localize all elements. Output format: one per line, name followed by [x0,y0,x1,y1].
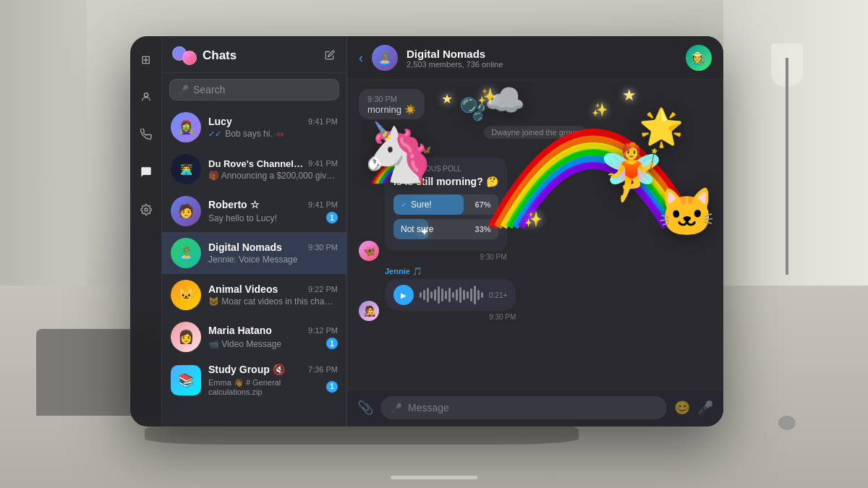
chat-info-lucy: Lucy 9:41 PM ✓✓ Bob says hi. 📌 [208,116,338,139]
waveform-bar [456,289,458,301]
chat-time-du-roves: 9:41 PM [308,159,338,168]
header-action-avatar[interactable]: 🧑‍🌾 [686,45,712,71]
chat-time-lucy: 9:41 PM [308,117,338,126]
voice-play-button[interactable]: ▶ [393,285,414,305]
poll-option-2[interactable]: Not sure 33% [393,219,498,239]
chat-time-digital-nomads: 9:30 PM [308,243,338,252]
message-input[interactable] [408,402,657,414]
waveform-bar [452,292,454,298]
sparkle-3: ✨ [524,210,542,228]
chat-preview-study-group: Emma 👋 # Generalcalculations.zip [208,378,281,396]
chat-info-digital-nomads: Digital Nomads 9:30 PM Jennie: Voice Mes… [208,241,338,265]
chat-item-lucy[interactable]: 🧟‍♀️ Lucy 9:41 PM ✓✓ Bob says hi. 📌 [162,106,346,148]
chat-name-digital-nomads: Digital Nomads [208,241,282,253]
waveform-bar [477,290,480,300]
chat-info-animal-videos: Animal Videos 9:22 PM 🐱 Moar cat videos … [208,283,338,307]
pin-icon-lucy: 📌 [273,129,285,139]
channel-info: Digital Nomads 2,503 members, 736 online [407,48,677,69]
search-input[interactable] [193,84,331,95]
tick-icon-lucy: ✓✓ [208,129,221,138]
chat-preview-maria: 📹 Video Message [208,339,281,349]
chat-name-study-group: Study Group 🔇 [208,364,285,375]
chat-item-study-group[interactable]: 📚 Study Group 🔇 7:36 PM Emma 👋 # General… [162,358,346,402]
chat-avatar-lucy: 🧟‍♀️ [171,112,201,142]
chat-item-du-roves[interactable]: 👨‍💻 Du Rove's Channel ✓ 9:41 PM 🎁 Announ… [162,148,346,190]
poll-pct-2: 33% [475,225,491,234]
chat-avatar-du-roves: 👨‍💻 [171,154,201,184]
chat-item-animal-videos[interactable]: 🐱 Animal Videos 9:22 PM 🐱 Moar cat video… [162,274,346,316]
calls-icon[interactable] [135,123,158,146]
bottom-indicator [391,476,477,479]
voice-sender-name: Jennie 🎵 [385,267,516,276]
attach-button[interactable]: 📎 [357,400,373,416]
lamp-base [778,416,796,430]
messages-icon[interactable] [135,160,158,184]
chat-preview-lucy: ✓✓ Bob says hi. 📌 [208,129,338,139]
chat-info-roberto: Roberto ☆ 9:41 PM Say hello to Lucy! 1 [208,199,338,223]
waveform-bar [427,288,429,302]
chat-avatar-animal-videos: 🐱 [171,280,201,310]
waveform-bar [441,288,443,301]
poll-container: Anonymous Poll Is is still morning? 🤔 ✔ … [385,158,507,251]
chat-name-maria: Maria Hatano [208,325,272,336]
chat-preview-animal-videos: 🐱 Moar cat videos in this channel? [208,296,338,307]
waveform-bar [430,291,433,299]
chat-preview-digital-nomads: Jennie: Voice Message [208,254,338,265]
chat-time-roberto: 9:41 PM [308,200,338,209]
star-1: ★ [622,86,637,105]
emoji-button[interactable]: 😊 [674,400,690,416]
chat-avatar-digital-nomads: 🏝️ [171,238,201,268]
voice-message-row: 🧑‍🎤 Jennie 🎵 ▶ [359,267,516,321]
chat-preview-roberto: Say hello to Lucy! [208,213,277,223]
sidebar-toggle-icon[interactable]: ⊞ [135,48,158,71]
waveform-bar [448,288,451,302]
telegram-app: ⊞ [130,36,723,427]
header-left: Chats [172,46,237,65]
chat-items-list: 🧟‍♀️ Lucy 9:41 PM ✓✓ Bob says hi. 📌 [162,106,346,427]
chat-info-maria: Maria Hatano 9:12 PM 📹 Video Message 1 [208,325,338,349]
poll-option-1[interactable]: ✔ Sure! 67% [393,194,498,215]
waveform-bar [463,290,465,300]
fairy-sticker: 🧚 [597,145,665,200]
chat-item-digital-nomads[interactable]: 🏝️ Digital Nomads 9:30 PM Jennie: Voice … [162,232,346,274]
compose-icon[interactable] [323,48,336,64]
contacts-icon[interactable] [135,85,158,108]
waveform-bar [434,289,436,301]
channel-name: Digital Nomads [407,48,677,60]
voice-waveform [420,286,483,304]
sparkle-2: ✨ [592,102,608,118]
settings-icon[interactable] [135,198,158,221]
header-avatar-2 [182,51,197,65]
waveform-bar [470,288,472,301]
star-2: ★ [441,91,453,107]
waveform-bar [445,291,447,299]
back-button[interactable]: ‹ [359,51,363,66]
search-bar[interactable]: 🎤 [169,79,339,100]
search-mic-icon[interactable]: 🎤 [177,85,189,95]
morning-message: 9:30 PM morning ☀️ [359,89,425,119]
chat-item-roberto[interactable]: 🧑 Roberto ☆ 9:41 PM Say hello to Lucy! 1 [162,190,346,232]
voice-record-button[interactable]: 🎤 [697,400,713,416]
chat-time-maria: 9:12 PM [308,326,338,335]
chat-name-animal-videos: Animal Videos [208,283,278,295]
cloud-sticker: ☁️ [485,84,525,116]
chat-list-panel: Chats 🎤 🧟‍♀️ L [162,36,347,427]
channel-avatar: 🏝️ [372,45,398,71]
waveform-bar [420,292,422,298]
messages-area: 🦄 🧚 🐱 ✨ ✨ ✨ ✦ ☁️ 🫧 ★ ★ 🌟 [347,80,723,388]
chat-avatar-study-group: 📚 [171,365,201,395]
poll-container-wrap: Roxanne 🦋 Anonymous Poll Is is still mor… [385,145,507,261]
poll-time: 9:30 PM [385,253,507,261]
sidebar-icons: ⊞ [130,36,162,427]
check-icon: ✔ [401,201,407,209]
unread-badge-study-group: 1 [326,381,338,393]
chat-item-maria[interactable]: 👩 Maria Hatano 9:12 PM 📹 Video Message 1 [162,316,346,358]
poll-pct-1: 67% [475,200,491,209]
poll-option-2-text: Not sure [401,224,433,234]
unread-badge-roberto: 1 [326,212,338,223]
voice-container-wrap: Jennie 🎵 ▶ [385,267,516,321]
chat-panel: ‹ 🏝️ Digital Nomads 2,503 members, 736 o… [347,36,723,427]
voice-duration: 0:21+ [489,291,507,299]
message-mic-icon[interactable]: 🎤 [391,403,402,414]
waveform-bar [423,290,425,300]
